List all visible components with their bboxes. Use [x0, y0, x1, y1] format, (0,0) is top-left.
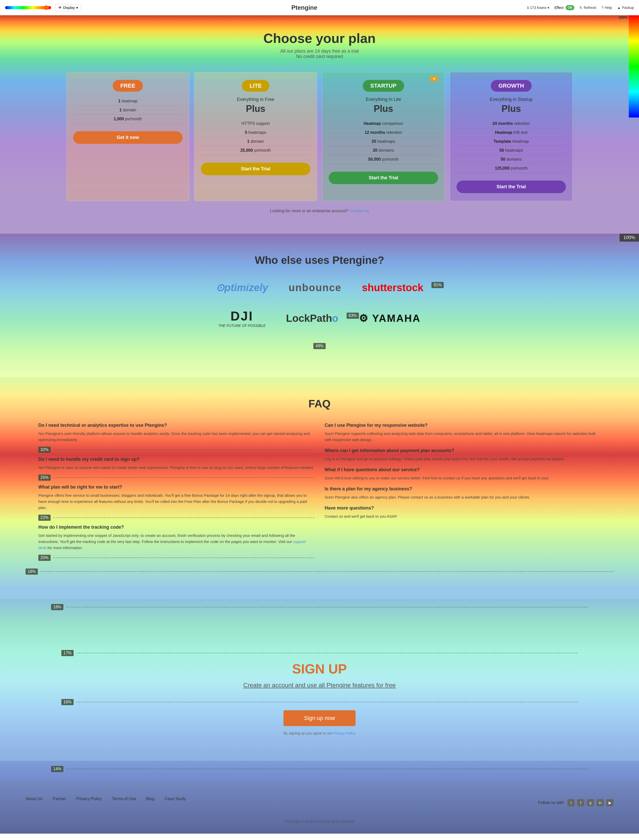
subtitle-line1: All our plans are 14 days free as a tria… — [10, 49, 629, 54]
growth-feature-1: 24 months retention — [456, 119, 566, 128]
progress-thumb[interactable] — [44, 5, 49, 10]
faq-item-3: What plan will be right for me to start?… — [38, 485, 315, 511]
dashed-line-32 — [53, 450, 315, 450]
faq-title: FAQ — [25, 398, 614, 410]
pct-32-row: 32% — [38, 447, 315, 453]
signup-terms: By signing up you agree to our Privacy P… — [10, 731, 629, 735]
signup-title: SIGN UP — [10, 661, 629, 677]
plan-card-startup: ★ STARTUP Everything in Lite Plus Heatma… — [322, 72, 445, 201]
facebook-icon[interactable]: f — [577, 799, 584, 806]
lower-band: 14% — [0, 761, 639, 781]
footer-blog[interactable]: Blog — [146, 797, 154, 801]
heatmap-scale-label: 100% — [618, 15, 628, 19]
startup-features: Heatmap comparison 12 months retention 2… — [329, 119, 438, 164]
faq-q3: What plan will be right for me to start? — [38, 485, 315, 490]
faq-a8: Sure! Ptengine also offers an agency pla… — [324, 494, 601, 500]
growth-features: 24 months retention Heatmap A/B test Tem… — [456, 119, 566, 173]
faq-q9: Have more questions? — [324, 506, 601, 511]
growth-plus: Plus — [456, 103, 566, 114]
unbounce-logo: unbounce — [289, 282, 342, 293]
lockpath-container: LockPatho 63% — [286, 312, 338, 324]
signup-section: 17% SIGN UP Create an account and use al… — [0, 624, 639, 761]
startup-cta-button[interactable]: Start the Trial — [329, 172, 438, 184]
progress-bar[interactable] — [5, 6, 51, 9]
pct-25: 25% — [38, 474, 51, 481]
dashed-line-16 — [76, 702, 578, 702]
faq-a5: Sure! Ptengine supports collecting and a… — [324, 431, 601, 443]
footer-terms[interactable]: Terms of Use — [112, 797, 136, 801]
footer-case-study[interactable]: Case Study — [165, 797, 186, 801]
dashed-line-17 — [76, 653, 578, 653]
youtube-icon[interactable]: ▶ — [606, 799, 614, 806]
copyright-text: Copyright © 2016 Ptmind all rights reser… — [285, 819, 354, 823]
linkedin-icon[interactable]: in — [596, 799, 604, 806]
startup-feature-5: 50,000 pv/month — [329, 155, 438, 164]
subtitle-line2: No credit card required — [10, 54, 629, 59]
display-button[interactable]: 👁 Display ▾ — [55, 4, 81, 11]
pct-81-badge: 81% — [431, 282, 444, 288]
free-feature-3: 1,000 pv/month — [73, 115, 183, 124]
lite-tagline: Everything in Free — [201, 97, 310, 102]
lite-cta-button[interactable]: Start the Trial — [201, 163, 310, 175]
footer-row: About Us Partner Privacy Policy Terms of… — [25, 797, 614, 809]
packup-button[interactable]: ▲ Packup — [617, 6, 634, 10]
pricing-section: Choose your plan All our plans are 14 da… — [0, 15, 639, 234]
keys-counter: ℹ 173 Книги ▾ — [527, 6, 549, 10]
who-uses-section: Who else uses Ptengine? 100% ⊙ptimizely … — [0, 234, 639, 377]
footer-social: Follow us with t f g in ▶ — [538, 799, 614, 806]
lite-plus: Plus — [201, 103, 310, 114]
faq-a9: Contact us and we'll get back to you ASA… — [324, 514, 601, 520]
faq-item-6: Where can I get information about paymen… — [324, 448, 601, 462]
pct-18b: 18% — [51, 604, 64, 610]
dji-container: DJI THE FUTURE OF POSSIBLE — [218, 309, 265, 328]
pct-25-row: 25% — [38, 474, 315, 481]
faq-item-7: What if I have questions about our servi… — [324, 467, 601, 481]
google-plus-icon[interactable]: g — [587, 799, 594, 806]
contact-text: Looking for more or an enterprise accoun… — [270, 209, 348, 213]
startup-feature-2: 12 months retention — [329, 128, 438, 137]
faq-item-4: How do I implement the tracking code? Ge… — [38, 525, 315, 551]
pricing-subtitle: All our plans are 14 days free as a tria… — [10, 49, 629, 59]
refresh-button[interactable]: ↻ Refresh — [579, 6, 596, 10]
pct-100-badge: 100% — [620, 234, 639, 242]
plan-badge-free: FREE — [113, 80, 143, 92]
footer-links: About Us Partner Privacy Policy Terms of… — [25, 797, 186, 801]
footer-privacy[interactable]: Privacy Policy — [76, 797, 102, 801]
help-icon: ? — [601, 6, 604, 10]
lite-feature-1: HTTPS support — [201, 119, 310, 128]
follow-us-label: Follow us with — [538, 800, 564, 805]
twitter-icon[interactable]: t — [567, 799, 575, 806]
ptengine-logo: Ptengine — [291, 4, 317, 11]
faq-q7: What if I have questions about our servi… — [324, 467, 601, 472]
support-link[interactable]: support desk — [38, 539, 306, 550]
pct-63-badge: 63% — [347, 312, 359, 319]
plan-card-lite: LITE Everything in Free Plus HTTPS suppo… — [194, 72, 317, 201]
logo-text-2: engine — [297, 4, 317, 11]
privacy-link[interactable]: Privacy Policy — [333, 731, 355, 735]
page-content: Choose your plan All our plans are 14 da… — [0, 15, 639, 834]
free-features: 1 heatmap 1 domain 1,000 pv/month — [73, 97, 183, 124]
free-cta-button[interactable]: Get it now — [73, 131, 183, 144]
pct-17: 17% — [61, 650, 74, 656]
effect-label: Effect — [555, 6, 564, 10]
shutterstock-logo: shutterstock — [362, 282, 423, 293]
chevron-down-icon: ▾ — [76, 6, 78, 10]
pct-49-row: 49% — [10, 343, 629, 349]
dashed-line-25 — [53, 477, 315, 478]
faq-item-5: Can I use Ptengine for my responsive web… — [324, 423, 601, 443]
contact-link[interactable]: Contact us — [350, 209, 369, 213]
effect-state[interactable]: ON — [566, 5, 574, 10]
footer-partner[interactable]: Partner — [52, 797, 66, 801]
faq-item-1: Do I need technical or analytics experti… — [38, 423, 315, 443]
pct-20: 20% — [38, 555, 51, 561]
signup-button[interactable]: Sign up now — [283, 710, 355, 726]
help-button[interactable]: ? Help — [601, 6, 612, 10]
effect-toggle[interactable]: Effect ON — [555, 5, 574, 10]
growth-tagline: Everything in Startup — [456, 97, 566, 102]
growth-feature-6: 125,000 pv/month — [456, 164, 566, 173]
footer-about[interactable]: About Us — [25, 797, 43, 801]
growth-cta-button[interactable]: Start the Trial — [456, 181, 566, 193]
faq-q4: How do I implement the tracking code? — [38, 525, 315, 530]
shutterstock-container: shutterstock 81% — [362, 282, 423, 293]
dashed-line-18b — [66, 607, 588, 607]
